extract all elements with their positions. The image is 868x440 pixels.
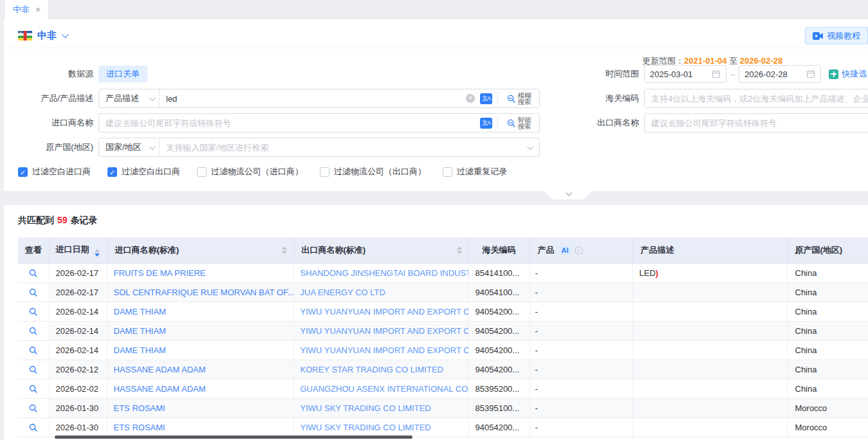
view-button[interactable] — [18, 360, 49, 379]
importer-link[interactable]: HASSANE ADAM ADAM — [114, 384, 206, 394]
origin-search-group: 国家/地区 — [98, 138, 540, 157]
importer-link[interactable]: DAME THIAM — [114, 307, 166, 316]
checkbox-checked-icon[interactable]: ✓ — [107, 167, 117, 177]
date-start-input[interactable]: 2025-03-01 — [644, 65, 726, 83]
table-row: 2026-02-12HASSANE ADAM ADAMKOREY STAR TR… — [18, 360, 868, 379]
hs-code-cell: 94054200... — [468, 302, 530, 321]
exporter-link[interactable]: YIWU YUANYUAN IMPORT AND EXPORT C... — [300, 326, 469, 336]
exporter-link[interactable]: SHANDONG JINSHENGTAI BOARD INDUST... — [300, 268, 469, 278]
importer-link[interactable]: ETS ROSAMI — [114, 403, 165, 413]
filter-checkbox[interactable]: 过滤重复记录 — [443, 166, 507, 178]
sort-import-date[interactable] — [95, 249, 100, 257]
smart-search-button[interactable]: 智能 搜索 — [498, 114, 539, 132]
chevron-down-icon — [149, 143, 156, 150]
filter-checkbox[interactable]: 过滤物流公司（出口商） — [320, 166, 426, 178]
view-button[interactable] — [18, 379, 49, 398]
product-cell: - — [530, 302, 633, 321]
view-detail-icon — [28, 403, 38, 413]
product-type-value: 产品描述 — [106, 93, 139, 104]
importer-link[interactable]: SOL CENTRAFRIQUE RUE MORVAN BAT OF... — [114, 288, 294, 297]
view-detail-icon — [28, 326, 38, 336]
quick-select-icon — [829, 69, 838, 79]
translate-icon[interactable]: 文A — [480, 93, 492, 104]
importer-link[interactable]: DAME THIAM — [114, 326, 166, 336]
view-button[interactable] — [18, 340, 49, 360]
table-row: 2026-01-30ETS ROSAMIYIWU SKY TRADING CO … — [18, 398, 868, 417]
horizontal-scrollbar[interactable] — [55, 435, 412, 439]
checkbox-unchecked-icon[interactable] — [443, 167, 452, 177]
divider — [4, 48, 868, 48]
filter-checkbox[interactable]: ✓过滤空白出口商 — [107, 166, 180, 178]
filter-checkbox[interactable]: ✓过滤空白进口商 — [18, 166, 91, 178]
exporter-link[interactable]: YIWU YUANYUAN IMPORT AND EXPORT C... — [300, 307, 469, 316]
import-date-cell: 2026-01-30 — [49, 417, 107, 437]
fuzzy-line2: 搜索 — [518, 98, 531, 105]
importer-name-label: 进口商名称 — [4, 117, 93, 129]
product-cell: - — [530, 398, 633, 417]
importer-link[interactable]: ETS ROSAMI — [114, 423, 165, 432]
view-button[interactable] — [18, 321, 49, 340]
origin-type-select[interactable]: 国家/地区 — [99, 138, 160, 156]
datasource-label: 数据源 — [4, 68, 93, 80]
importer-cell: DAME THIAM — [107, 340, 293, 360]
datasource-import-declaration-button[interactable]: 进口关单 — [98, 66, 147, 82]
import-date-cell: 2026-02-02 — [49, 379, 107, 398]
importer-link[interactable]: DAME THIAM — [114, 345, 166, 355]
importer-link[interactable]: HASSANE ADAM ADAM — [114, 365, 206, 374]
range-separator: – — [730, 69, 735, 79]
exporter-name-input[interactable] — [644, 113, 868, 133]
table-header-row: 查看 进口日期 进口商名称(标准) 出口商名称(标准) 海关编码 — [18, 237, 868, 263]
product-search-input[interactable] — [160, 89, 466, 107]
product-type-select[interactable]: 产品描述 — [99, 89, 160, 107]
date-end-input[interactable]: 2026-02-28 — [739, 65, 821, 83]
calendar-icon — [712, 69, 721, 78]
view-button[interactable] — [18, 282, 49, 302]
tab-zhongfei[interactable]: 中非 × — [5, 0, 49, 19]
checkbox-unchecked-icon[interactable] — [320, 167, 329, 177]
origin-cell: China — [787, 263, 868, 282]
origin-country-input[interactable] — [160, 138, 527, 156]
quick-select-button[interactable]: 快捷选 — [829, 68, 867, 80]
view-button[interactable] — [18, 302, 49, 321]
checkbox-checked-icon[interactable]: ✓ — [18, 167, 28, 177]
importer-link[interactable]: FRUITS DE MA PRIERE — [114, 268, 206, 278]
product-cell: - — [530, 263, 633, 282]
exporter-link[interactable]: YIWU SKY TRADING CO LIMITED — [300, 403, 431, 413]
hs-code-cell: 94054200... — [468, 417, 530, 437]
exporter-link[interactable]: GUANGZHOU ASENX INTERNATIONAL CO ... — [300, 384, 469, 394]
importer-cell: HASSANE ADAM ADAM — [107, 379, 293, 398]
description-cell — [633, 340, 787, 360]
filter-checkbox[interactable]: 过滤物流公司（进口商） — [197, 166, 303, 178]
importer-name-input[interactable] — [99, 114, 480, 132]
exporter-link[interactable]: YIWU YUANYUAN IMPORT AND EXPORT C... — [300, 345, 469, 355]
view-button[interactable] — [18, 417, 49, 437]
view-button[interactable] — [18, 398, 49, 417]
collapse-form-button[interactable] — [544, 191, 593, 199]
translate-icon[interactable]: 文A — [480, 118, 492, 129]
origin-cell: Morocco — [787, 417, 868, 437]
calendar-icon — [806, 69, 815, 78]
close-icon[interactable]: × — [35, 5, 41, 14]
clear-input-icon[interactable]: × — [466, 94, 475, 103]
column-view: 查看 — [18, 237, 49, 263]
column-importer: 进口商名称(标准) — [107, 237, 293, 263]
hs-code-input[interactable] — [644, 89, 868, 108]
import-date-cell: 2026-02-14 — [49, 321, 107, 340]
checkbox-unchecked-icon[interactable] — [197, 167, 207, 177]
exporter-cell: YIWU YUANYUAN IMPORT AND EXPORT C... — [293, 340, 468, 360]
view-button[interactable] — [18, 263, 49, 282]
info-icon[interactable]: i — [575, 246, 583, 255]
exporter-link[interactable]: YIWU SKY TRADING CO LIMITED — [300, 423, 431, 432]
view-detail-icon — [28, 365, 38, 374]
column-product-label: 产品 — [538, 245, 555, 255]
sort-importer[interactable] — [282, 246, 287, 254]
time-range-label: 时间范围 — [549, 68, 639, 80]
exporter-link[interactable]: JUA ENERGY CO LTD — [300, 288, 385, 297]
exporter-link[interactable]: KOREY STAR TRADING CO LIMITED — [300, 365, 443, 374]
column-exporter-label: 出口商名称(标准) — [302, 244, 366, 256]
fuzzy-search-button[interactable]: 模糊 搜索 — [498, 89, 539, 107]
country-selector[interactable]: 中非 — [18, 27, 67, 44]
sort-exporter[interactable] — [457, 246, 462, 254]
smart-search-label: 智能 搜索 — [518, 116, 531, 130]
video-tutorial-button[interactable]: 视频教程 — [805, 27, 868, 44]
